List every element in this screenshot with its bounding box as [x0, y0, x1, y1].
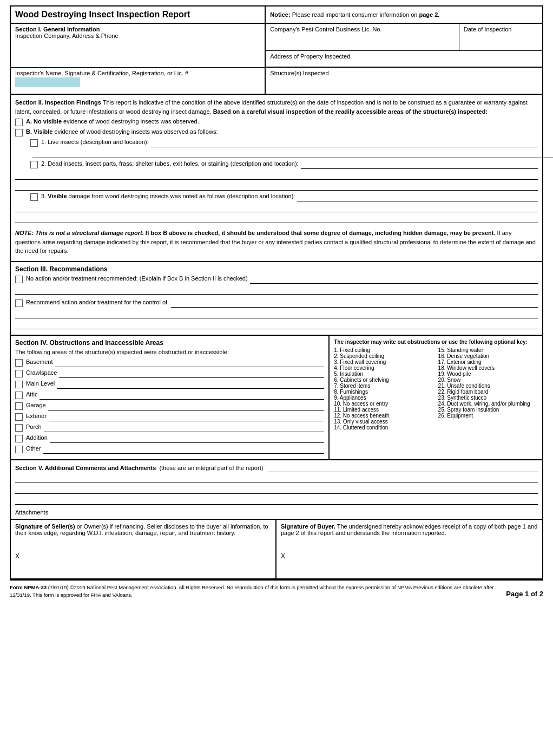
recommend-field[interactable]: [171, 299, 538, 308]
footer-left: Form NPMA-33 (7/01/19) ©2019 National Pe…: [10, 584, 506, 599]
exterior-field[interactable]: [49, 413, 324, 421]
no-action-line2[interactable]: [15, 286, 538, 295]
section-iv-left: Section IV. Obstructions and Inaccessibl…: [11, 336, 330, 459]
no-action-field[interactable]: [250, 275, 538, 284]
section-iii-header: Section III. Recommendations: [15, 265, 538, 273]
section-v-line2[interactable]: [15, 474, 538, 483]
option-b1-text: 1. Live insects (description and locatio…: [41, 139, 149, 145]
form-container: Wood Destroying Insect Inspection Report…: [10, 5, 543, 581]
recommend-line3[interactable]: [15, 321, 538, 329]
section-iv: Section IV. Obstructions and Inaccessibl…: [11, 336, 542, 460]
option-b2-text: 2. Dead insects, insect parts, frass, sh…: [41, 160, 299, 167]
b1-field[interactable]: [151, 139, 538, 147]
mainlevel-field[interactable]: [57, 380, 324, 389]
recommend-line2[interactable]: [15, 310, 538, 318]
checkbox-addition[interactable]: [15, 435, 23, 442]
b3-field[interactable]: [297, 193, 538, 201]
section-iv-header: Section IV. Obstructions and Inaccessibl…: [15, 339, 324, 347]
section-v-header: Section V. Additional Comments and Attac…: [15, 465, 156, 471]
porch-field[interactable]: [44, 423, 324, 432]
garage-field[interactable]: [48, 402, 324, 410]
key-item: 25. Spray foam insulation: [438, 407, 538, 413]
area-crawlspace-label: Crawlspace: [26, 369, 57, 376]
structures-label: Structure(s) Inspected: [270, 70, 538, 76]
address-row: Address of Property Inspected: [266, 51, 542, 67]
inspector-row: Inspector's Name, Signature & Certificat…: [11, 68, 542, 95]
note-bold: If box B above is checked, it should be …: [146, 230, 496, 236]
section-iv-right-title: The inspector may write out obstructions…: [334, 339, 538, 345]
checkbox-attic[interactable]: [15, 392, 23, 399]
checkbox-porch[interactable]: [15, 424, 23, 432]
option-a-text: A. No visible evidence of wood destroyin…: [26, 118, 199, 125]
key-item: 6. Cabinets or shelving: [334, 377, 433, 383]
buyer-header: Signature of Buyer.: [281, 523, 335, 530]
area-other-row: Other: [15, 445, 324, 454]
key-col2: 15. Standing water 16. Dense vegetation …: [438, 347, 538, 431]
section-v-line3[interactable]: [15, 485, 538, 494]
section-v-line4[interactable]: [15, 496, 538, 505]
section-iv-areas: Basement Crawlspace Main Level Attic: [15, 359, 324, 454]
b2-line3[interactable]: [15, 182, 538, 191]
no-action-row: No action and/or treatment recommended: …: [15, 275, 538, 284]
b3-line2[interactable]: [15, 204, 538, 212]
b3-line3[interactable]: [15, 214, 538, 223]
checkbox-other[interactable]: [15, 446, 23, 453]
area-garage-label: Garage: [26, 402, 46, 408]
b1-line2[interactable]: [32, 149, 553, 158]
b2-line2[interactable]: [15, 171, 538, 180]
addition-field[interactable]: [50, 434, 324, 443]
section-v-header-row: Section V. Additional Comments and Attac…: [15, 464, 538, 472]
checkbox-exterior[interactable]: [15, 413, 23, 421]
form-label: Form NPMA-33: [10, 584, 47, 590]
note-box: NOTE: This is not a structural damage re…: [15, 229, 538, 256]
basement-field[interactable]: [55, 359, 325, 367]
checkbox-b3[interactable]: [30, 193, 38, 201]
option-b3-text: 3. Visible damage from wood destroying i…: [41, 193, 295, 199]
area-mainlevel-row: Main Level: [15, 380, 324, 389]
company-label: Company's Pest Control Business Lic. No.: [270, 26, 454, 32]
option-b-row: B. Visible evidence of wood destroying i…: [15, 128, 538, 136]
key-item: 4. Floor covering: [334, 365, 433, 371]
key-item: 1. Fixed ceiling: [334, 347, 433, 353]
crawlspace-field[interactable]: [59, 369, 324, 378]
key-item: 12. No access beneath: [334, 413, 433, 419]
section-iv-intro: The following areas of the structure(s) …: [15, 349, 324, 355]
key-item: 15. Standing water: [438, 347, 538, 353]
key-item: 2. Suspended ceiling: [334, 353, 433, 359]
option-b3-row: 3. Visible damage from wood destroying i…: [30, 193, 538, 201]
sig-buyer-text: Signature of Buyer. The undersigned here…: [281, 523, 538, 536]
attic-field[interactable]: [40, 391, 324, 400]
other-field[interactable]: [43, 445, 325, 454]
b2-field[interactable]: [301, 160, 538, 169]
section-v: Section V. Additional Comments and Attac…: [11, 460, 542, 520]
note-italic: NOTE: This is not a structural damage re…: [15, 230, 144, 236]
section-i-header: Section I. General Information: [15, 26, 260, 32]
key-item: 14. Cluttered condition: [334, 425, 433, 431]
key-item: 24. Duct work, wiring, and/or plumbing: [438, 401, 538, 407]
area-exterior-label: Exterior: [26, 413, 47, 419]
checkbox-mainlevel[interactable]: [15, 381, 23, 388]
checkbox-crawlspace[interactable]: [15, 370, 23, 377]
inspector-label: Inspector's Name, Signature & Certificat…: [15, 70, 260, 76]
section-i-label: Section I. General Information Inspectio…: [11, 24, 266, 67]
sig-seller: Signature of Seller(s) or Owner(s) if re…: [11, 520, 276, 578]
option-b1-row: 1. Live insects (description and locatio…: [30, 139, 538, 147]
checkbox-a[interactable]: [15, 119, 23, 126]
section-v-field[interactable]: [268, 464, 538, 472]
checkbox-basement[interactable]: [15, 359, 23, 367]
checkbox-b1[interactable]: [30, 139, 38, 147]
date-inspection-field: Date of Inspection: [459, 24, 542, 50]
section-iii: Section III. Recommendations No action a…: [11, 262, 542, 336]
form-date: (7/01/19): [48, 584, 69, 590]
checkbox-b[interactable]: [15, 129, 23, 136]
recommend-row: Recommend action and/or treatment for th…: [15, 299, 538, 308]
checkbox-recommend[interactable]: [15, 299, 23, 307]
key-col1: 1. Fixed ceiling 2. Suspended ceiling 3.…: [334, 347, 433, 431]
attachments-row: Attachments: [15, 509, 538, 516]
checkbox-no-action[interactable]: [15, 276, 23, 283]
company-pest-field: Company's Pest Control Business Lic. No.: [266, 24, 459, 50]
checkbox-garage[interactable]: [15, 402, 23, 410]
key-item: 18. Window well covers: [438, 365, 538, 371]
page-number: Page 1 of 2: [506, 589, 543, 599]
checkbox-b2[interactable]: [30, 161, 38, 168]
